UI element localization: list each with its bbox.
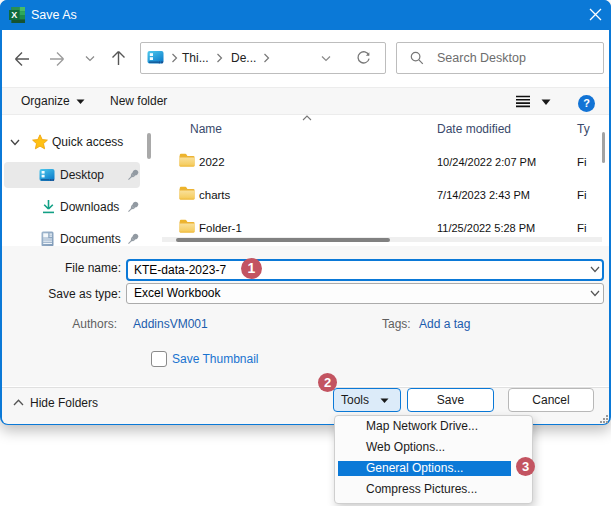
svg-text:X: X bbox=[11, 10, 17, 20]
